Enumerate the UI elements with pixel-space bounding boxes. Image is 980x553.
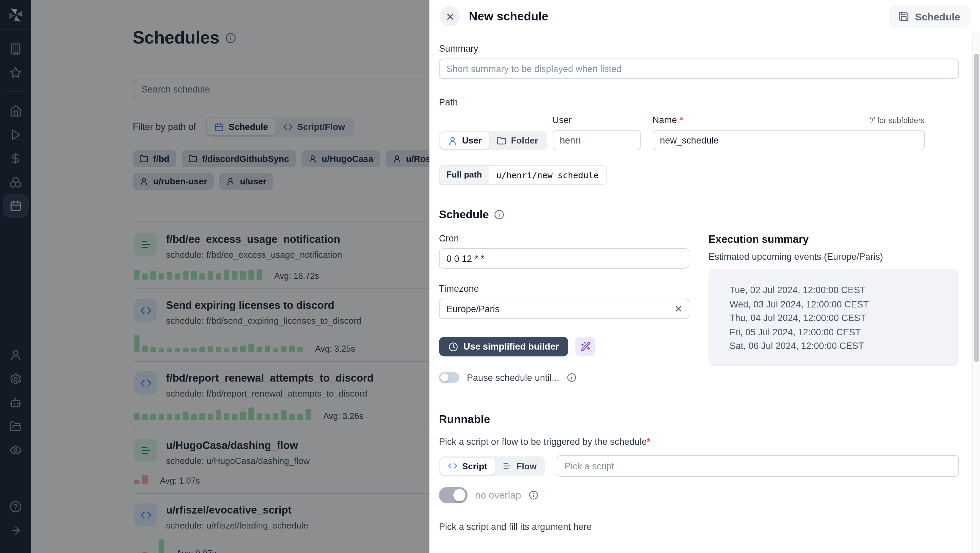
pause-schedule-label: Pause schedule until... bbox=[467, 372, 559, 383]
scrollbar-thumb[interactable] bbox=[974, 54, 979, 362]
subfolder-hint: '/' for subfolders bbox=[870, 116, 924, 124]
path-label: Path bbox=[439, 97, 959, 108]
no-overlap-label: no overlap bbox=[475, 490, 521, 501]
full-path: Full path u/henri/new_schedule bbox=[439, 165, 607, 185]
cron-input[interactable] bbox=[439, 248, 689, 269]
schedule-section-heading: Schedule bbox=[439, 208, 489, 221]
drawer-header: New schedule Schedule bbox=[430, 0, 980, 33]
upcoming-event: Sat, 06 Jul 2024, 12:00:00 CEST bbox=[719, 340, 948, 354]
execution-summary-subheading: Estimated upcoming events (Europe/Paris) bbox=[708, 252, 959, 262]
clear-timezone-icon[interactable] bbox=[674, 304, 683, 313]
clock-icon bbox=[449, 342, 458, 351]
user-folder-toggle: UserFolder bbox=[439, 130, 547, 150]
upcoming-event: Fri, 05 Jul 2024, 12:00:00 CEST bbox=[719, 326, 948, 340]
upcoming-event: Wed, 03 Jul 2024, 12:00:00 CEST bbox=[719, 297, 948, 311]
user-input[interactable] bbox=[552, 130, 641, 150]
folder-icon bbox=[497, 136, 506, 145]
name-field-label: Name * bbox=[652, 115, 683, 125]
app-window: Schedules Filter by path of ScheduleScri… bbox=[0, 0, 980, 553]
close-icon bbox=[445, 11, 455, 21]
ai-cron-button[interactable] bbox=[576, 337, 596, 356]
schedule-info-icon[interactable] bbox=[495, 210, 504, 220]
timezone-label: Timezone bbox=[439, 284, 689, 294]
person-icon bbox=[448, 136, 457, 145]
kind-option-script[interactable]: Script bbox=[440, 458, 495, 474]
no-overlap-info-icon[interactable] bbox=[528, 490, 538, 500]
flow-icon bbox=[502, 461, 512, 471]
pause-info-icon[interactable] bbox=[567, 373, 576, 382]
drawer-body: Summary Path UserFolder User Name * '/' … bbox=[430, 33, 972, 553]
full-path-value: u/henri/new_schedule bbox=[488, 166, 606, 184]
drawer-scrollbar[interactable] bbox=[972, 33, 980, 553]
drawer-title: New schedule bbox=[469, 9, 548, 24]
upcoming-event: Tue, 02 Jul 2024, 12:00:00 CEST bbox=[719, 284, 948, 297]
user-field-label: User bbox=[552, 115, 641, 125]
new-schedule-drawer: New schedule Schedule Summary Path UserF… bbox=[430, 0, 980, 553]
runnable-section-heading: Runnable bbox=[439, 413, 490, 426]
pause-schedule-toggle[interactable] bbox=[439, 372, 460, 383]
pick-runnable-label: Pick a script or flow to be triggered by… bbox=[439, 437, 959, 447]
summary-input[interactable] bbox=[439, 59, 959, 79]
cron-label: Cron bbox=[439, 233, 689, 243]
summary-label: Summary bbox=[439, 43, 959, 54]
code-icon bbox=[448, 461, 457, 471]
execution-summary-heading: Execution summary bbox=[708, 233, 959, 246]
name-input[interactable] bbox=[652, 130, 924, 150]
save-schedule-button[interactable]: Schedule bbox=[889, 5, 970, 27]
save-icon bbox=[899, 11, 910, 22]
full-path-label: Full path bbox=[440, 166, 488, 184]
pick-script-input[interactable] bbox=[557, 455, 959, 477]
magic-wand-icon bbox=[581, 342, 591, 352]
no-overlap-toggle[interactable] bbox=[439, 487, 468, 503]
upcoming-event: Thu, 04 Jul 2024, 12:00:00 CEST bbox=[719, 311, 948, 326]
owner-option-folder[interactable]: Folder bbox=[489, 132, 546, 149]
script-flow-toggle: ScriptFlow bbox=[439, 456, 546, 476]
upcoming-events-box: Tue, 02 Jul 2024, 12:00:00 CESTWed, 03 J… bbox=[708, 269, 959, 366]
owner-option-user[interactable]: User bbox=[440, 132, 489, 149]
use-simplified-builder-button[interactable]: Use simplified builder bbox=[439, 337, 569, 356]
timezone-input[interactable] bbox=[439, 299, 689, 319]
kind-option-flow[interactable]: Flow bbox=[495, 458, 544, 474]
close-button[interactable] bbox=[440, 6, 460, 27]
runnable-hint: Pick a script and fill its argument here bbox=[439, 522, 959, 532]
